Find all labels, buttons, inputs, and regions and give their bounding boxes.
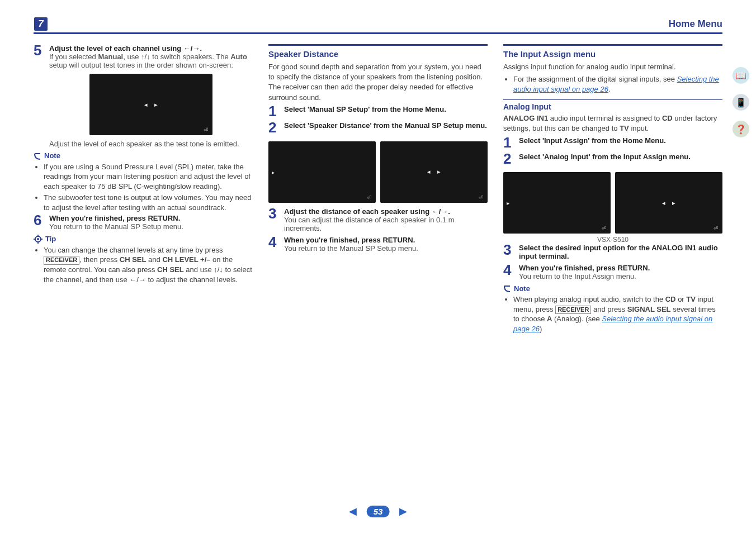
- section-intro: Assigns input function for analog audio …: [503, 62, 722, 72]
- step-4: 4 When you're finished, press RETURN. Yo…: [503, 264, 722, 280]
- receiver-key: RECEIVER: [555, 306, 591, 314]
- step-desc: You return to the Manual SP Setup menu.: [49, 222, 253, 231]
- return-icon: ⏎: [602, 225, 606, 231]
- step-4: 4 When you're finished, press RETURN. Yo…: [268, 236, 488, 253]
- column-middle: Speaker Distance For good sound depth an…: [268, 44, 488, 335]
- step-title: Adjust the distance of each speaker usin…: [284, 207, 488, 216]
- note-icon: [34, 151, 41, 160]
- device-icon[interactable]: 📱: [733, 94, 749, 111]
- side-nav-icons: 📖 📱 ❓: [733, 67, 749, 137]
- step-title: When you're finished, press RETURN.: [284, 236, 488, 244]
- onscreen-display: ▸ ⏎: [268, 141, 376, 203]
- right-arrow-icon: →: [441, 207, 448, 216]
- step-5: 5 Adjust the level of each channel using…: [34, 44, 253, 148]
- step-title: Select the desired input option for the …: [519, 244, 722, 260]
- right-triangle-icon: ▸: [272, 169, 275, 175]
- step-desc: You can adjust the distance of each spea…: [284, 216, 488, 232]
- step-number: 2: [268, 121, 278, 134]
- next-page-icon[interactable]: ▶: [399, 505, 407, 517]
- tip-heading: Tip: [34, 234, 253, 244]
- onscreen-display: ◂ ▸ ⏎: [380, 141, 488, 203]
- content-columns: 5 Adjust the level of each channel using…: [34, 44, 722, 335]
- step-after: Adjust the level of each speaker as the …: [49, 140, 253, 148]
- step-title: Select 'Speaker Distance' from the Manua…: [284, 121, 488, 130]
- right-arrow-icon: →: [192, 44, 200, 53]
- subsection-intro: ANALOG IN1 audio input terminal is assig…: [503, 113, 722, 134]
- help-icon[interactable]: ❓: [733, 121, 749, 137]
- step-6: 6 When you're finished, press RETURN. Yo…: [34, 214, 253, 231]
- step-number: 1: [268, 105, 278, 118]
- step-title: When you're finished, press RETURN.: [519, 264, 722, 272]
- note-list: If you are using a Sound Pressure Level …: [34, 162, 253, 213]
- screen-pair: ▸ ⏎ ◂ ▸ ⏎: [503, 169, 722, 238]
- page-number-badge: 53: [367, 506, 390, 517]
- onscreen-display: ◂ ▸ ⏎: [89, 74, 212, 135]
- step-title: Select 'Manual SP Setup' from the Home M…: [284, 105, 488, 113]
- prev-page-icon[interactable]: ◀: [349, 505, 357, 517]
- intro-bullet: For the assignment of the digital signal…: [513, 74, 722, 94]
- step-number: 3: [503, 244, 513, 256]
- step-number: 1: [503, 136, 513, 149]
- header-title: Home Menu: [669, 18, 722, 30]
- page-header: 7 Home Menu: [34, 17, 722, 34]
- step-desc: You return to the Input Assign menu.: [519, 272, 722, 280]
- left-arrow-icon: ←: [129, 275, 136, 284]
- return-icon: ⏎: [714, 225, 718, 231]
- note-item: When playing analog input audio, switch …: [513, 294, 722, 334]
- note-heading: Note: [503, 284, 722, 293]
- note-list: When playing analog input audio, switch …: [503, 294, 722, 334]
- section-intro: For good sound depth and separation from…: [268, 62, 488, 103]
- right-arrow-icon: →: [139, 275, 146, 284]
- book-icon[interactable]: 📖: [733, 67, 749, 84]
- step-desc: You return to the Manual SP Setup menu.: [284, 244, 488, 253]
- step-3: 3 Adjust the distance of each speaker us…: [268, 207, 488, 232]
- tip-list: You can change the channel levels at any…: [34, 245, 253, 284]
- step-title: Adjust the level of each channel using ←…: [49, 44, 253, 53]
- step-1: 1 Select 'Input Assign' from the Home Me…: [503, 136, 722, 149]
- chapter-number-badge: 7: [34, 17, 48, 31]
- right-triangle-icon: ▸: [507, 200, 509, 206]
- screen-pair: ▸ ⏎ ◂ ▸ ⏎: [268, 138, 488, 207]
- return-icon: ⏎: [367, 194, 371, 201]
- right-triangle-icon: ▸: [437, 168, 441, 175]
- step-number: 3: [268, 207, 278, 220]
- note-heading: Note: [34, 151, 253, 160]
- step-1: 1 Select 'Manual SP Setup' from the Home…: [268, 105, 488, 118]
- intro-bullets: For the assignment of the digital signal…: [503, 74, 722, 94]
- step-3: 3 Select the desired input option for th…: [503, 244, 722, 260]
- note-icon: [503, 284, 511, 293]
- left-arrow-icon: ←: [183, 44, 191, 53]
- column-right: The Input Assign menu Assigns input func…: [503, 44, 722, 335]
- section-title: Speaker Distance: [268, 49, 488, 59]
- step-number: 4: [268, 236, 278, 249]
- receiver-key: RECEIVER: [44, 256, 79, 264]
- step-2: 2 Select 'Speaker Distance' from the Man…: [268, 121, 488, 134]
- left-arrow-icon: ←: [432, 207, 439, 216]
- svg-point-1: [37, 238, 39, 240]
- return-icon: ⏎: [479, 194, 483, 201]
- left-triangle-icon: ◂: [662, 199, 665, 207]
- step-title: When you're finished, press RETURN.: [49, 214, 253, 222]
- note-item: If you are using a Sound Pressure Level …: [44, 162, 253, 192]
- right-triangle-icon: ▸: [154, 101, 158, 108]
- page-navigation: ◀ 53 ▶: [349, 505, 408, 517]
- right-triangle-icon: ▸: [672, 199, 675, 207]
- step-title: Select 'Input Assign' from the Home Menu…: [519, 136, 722, 145]
- step-2: 2 Select 'Analog Input' from the Input A…: [503, 153, 722, 165]
- step-number: 5: [34, 44, 44, 57]
- step-number: 4: [503, 264, 513, 277]
- tip-item: You can change the channel levels at any…: [44, 245, 253, 284]
- onscreen-display: ◂ ▸ ⏎: [615, 172, 722, 234]
- return-icon: ⏎: [204, 127, 208, 133]
- column-left: 5 Adjust the level of each channel using…: [34, 44, 253, 335]
- onscreen-display: ▸ ⏎: [503, 172, 611, 234]
- left-triangle-icon: ◂: [427, 168, 431, 175]
- step-number: 6: [34, 214, 44, 227]
- step-title: Select 'Analog Input' from the Input Ass…: [519, 153, 722, 161]
- screen-caption: VSX-S510: [503, 236, 722, 244]
- gear-icon: [34, 234, 42, 244]
- left-triangle-icon: ◂: [144, 101, 148, 108]
- step-number: 2: [503, 153, 513, 165]
- subsection-title: Analog Input: [503, 99, 722, 111]
- note-item: The subwoofer test tone is output at low…: [44, 193, 253, 212]
